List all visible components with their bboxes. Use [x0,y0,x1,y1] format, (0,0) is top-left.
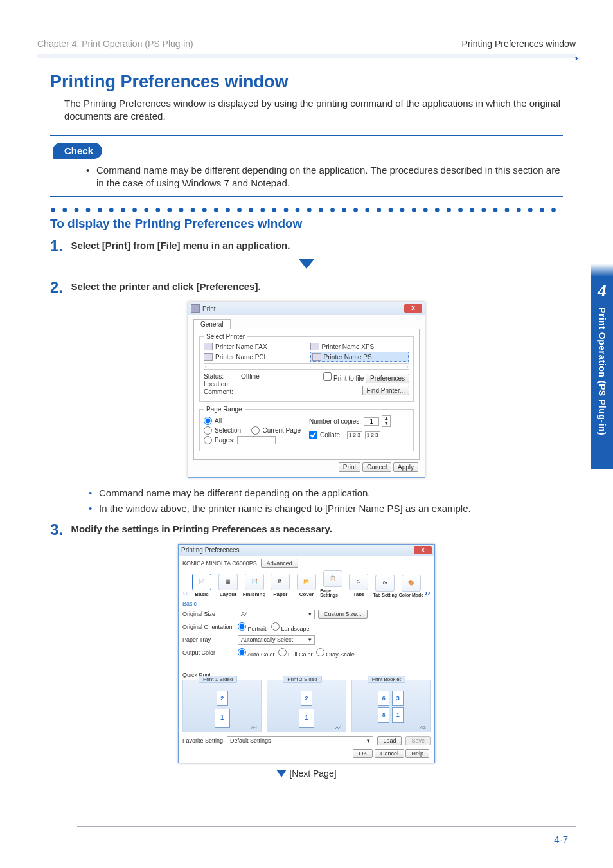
select-printer-legend: Select Printer [204,333,247,340]
step-3-number: 3. [50,521,68,539]
tab-paper[interactable]: 🗎Paper [268,574,293,597]
tab-cover[interactable]: 📂Cover [294,574,319,597]
note-2: In the window above, the printer name is… [99,502,471,515]
printer-item-selected[interactable]: Printer Name PS [310,352,409,362]
radio-pages[interactable] [204,436,212,444]
help-button[interactable]: Help [405,749,429,758]
copies-input[interactable] [364,417,379,426]
collate-icon: 1 2 3 [365,431,380,439]
quick-card-title: Print 1-Sided [199,676,237,683]
cancel-button[interactable]: Cancel [375,749,404,758]
chevron-down-icon: ▾ [308,611,312,617]
tab-basic[interactable]: 📄Basic [190,574,215,597]
tab-label: Finishing [243,592,266,597]
close-button[interactable]: x [404,304,422,313]
print-button[interactable]: Print [339,462,361,472]
divider [50,135,563,136]
radio-landscape[interactable] [271,622,280,631]
save-button[interactable]: Save [405,736,431,745]
step-3-text: Modify the settings in Printing Preferen… [71,523,332,534]
chevron-left-icon[interactable]: ‹‹ [182,588,188,597]
printer-item[interactable]: Printer Name XPS [310,343,409,350]
close-button[interactable]: x [414,546,432,554]
radio-full-color[interactable] [278,648,287,656]
quick-print-booklet[interactable]: Print Booklet 6 8 3 1 [351,680,431,732]
printer-icon [312,353,321,361]
original-size-select[interactable]: A4▾ [238,610,315,619]
auto-color-label: Auto Color [247,651,275,658]
radio-all[interactable] [204,417,212,425]
header-left: Chapter 4: Print Operation (PS Plug-in) [37,39,193,49]
tab-layout[interactable]: ▦Layout [215,574,240,597]
select-value: Automatically Select [241,637,293,643]
subheading: To display the Printing Preferences wind… [50,217,563,231]
scrollbar[interactable]: ‹› [204,363,409,370]
pages-input[interactable] [237,436,276,444]
tab-tabs[interactable]: 🗂Tabs [346,574,371,597]
tab-color-mode-icon: 🎨 [402,575,421,592]
custom-size-button[interactable]: Custom Size... [318,610,368,619]
radio-current-page[interactable] [251,426,260,435]
find-printer-button[interactable]: Find Printer... [362,386,409,395]
preferences-dialog: Printing Preferences x KONICA MINOLTA C6… [178,544,435,763]
radio-selection[interactable] [204,426,212,435]
sheet-icon: 2 [217,691,228,706]
tab-finishing-icon: 📑 [245,574,264,590]
radio-selection-label: Selection [215,427,241,434]
print-to-file-checkbox[interactable] [323,372,332,381]
tab-label: Cover [299,592,314,597]
advanced-button[interactable]: Advanced [261,559,298,568]
svg-marker-1 [276,770,287,777]
apply-button[interactable]: Apply [393,462,418,472]
radio-portrait[interactable] [238,622,246,631]
bullet-icon: • [86,164,96,190]
chevron-right-icon[interactable]: ›› [425,588,431,597]
ok-button[interactable]: OK [353,749,373,758]
tab-color-mode[interactable]: 🎨Color Mode [399,575,424,597]
check-badge: Check [53,143,102,159]
collate-checkbox[interactable] [309,431,317,439]
quick-card-title: Print 2-Sided [283,676,321,683]
print-dialog-title: Print [202,305,404,312]
printer-item[interactable]: Printer Name PCL [204,352,303,362]
down-arrow-icon [276,770,287,779]
tab-finishing[interactable]: 📑Finishing [242,574,267,597]
tab-basic-icon: 📄 [192,574,211,590]
next-page-label: [Next Page] [289,768,336,779]
collate-label: Collate [320,431,340,439]
cancel-button[interactable]: Cancel [362,462,391,472]
landscape-label: Landscape [281,626,310,632]
load-button[interactable]: Load [377,736,402,745]
gray-scale-label: Gray Scale [326,651,355,658]
quick-print-1sided[interactable]: Print 1-Sided 2 1 A4 [182,680,262,732]
print-to-file-label: Print to file [333,375,364,382]
chevron-down-icon: ▾ [308,637,312,643]
spinner-icon[interactable]: ▲▼ [382,415,391,427]
favorite-select[interactable]: Default Settings▾ [227,736,373,745]
tab-label: Page Settings [320,588,345,597]
paper-tray-select[interactable]: Automatically Select▾ [238,635,315,645]
chapter-number: 4 [591,276,613,301]
quick-card-size: A3 [420,725,426,730]
page-range-legend: Page Range [204,406,245,413]
chapter-title: Print Operation (PS Plug-in) [597,307,607,435]
favorite-setting-label: Favorite Setting [182,737,223,744]
side-tab: 4 Print Operation (PS Plug-in) [591,276,613,469]
tab-page-settings[interactable]: 📋Page Settings [320,570,345,597]
preferences-button[interactable]: Preferences [366,374,409,383]
tab-paper-icon: 🗎 [271,574,290,590]
tab-general[interactable]: General [193,319,231,329]
radio-gray-scale[interactable] [316,648,324,656]
print-dialog: Print x General Select Printer Printer N… [188,302,425,478]
printer-item[interactable]: Printer Name FAX [204,343,303,350]
radio-auto-color[interactable] [238,648,246,656]
tab-tab-setting[interactable]: 🗂Tab Setting [373,575,398,597]
header-right: Printing Preferences window [462,39,576,49]
select-value: Default Settings [230,737,271,744]
quick-print-2sided[interactable]: Print 2-Sided 2 1 A4 [267,680,346,732]
tab-label: Color Mode [399,593,424,597]
basic-section-label: Basic [182,601,431,607]
quick-card-title: Print Booklet [368,676,405,683]
quick-card-size: A4 [335,725,342,730]
step-2-text: Select the printer and click [Preference… [71,281,260,292]
